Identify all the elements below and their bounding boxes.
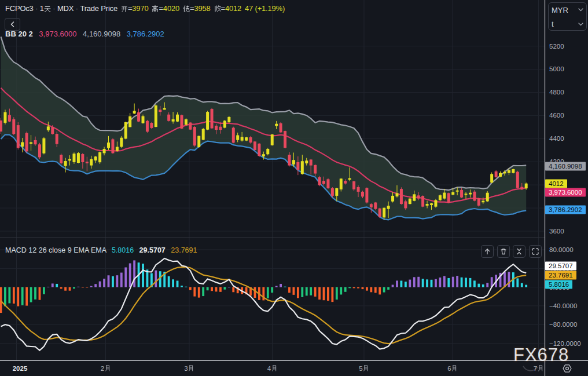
- candle-body: [133, 111, 136, 114]
- cjk-glyph: [152, 5, 159, 12]
- chart-canvas[interactable]: [0, 0, 588, 376]
- candle-body: [176, 115, 179, 122]
- candle-body: [288, 155, 291, 166]
- candle-body: [172, 119, 175, 122]
- maximize-icon: [531, 247, 539, 255]
- chevron-left-icon: [10, 21, 16, 27]
- candle-body: [42, 138, 45, 154]
- ohlc-label: =: [152, 4, 163, 13]
- macd-histogram-bar: [181, 286, 183, 287]
- candle-body: [266, 149, 269, 154]
- candle-body: [447, 193, 450, 203]
- candle-body: [219, 127, 222, 130]
- macd-histogram-bar: [362, 287, 364, 289]
- macd-histogram-bar: [378, 287, 381, 295]
- candle-body: [417, 195, 420, 198]
- macd-histogram-bar: [60, 287, 63, 289]
- macd-badge: 29.5707: [545, 261, 576, 270]
- macd-histogram-bar: [314, 287, 317, 297]
- macd-histogram-bar: [340, 287, 342, 295]
- exchange-label: MDX: [57, 4, 74, 13]
- arrow-up-icon: [483, 247, 491, 255]
- candle-body: [30, 142, 32, 144]
- candle-body: [223, 121, 226, 127]
- candle-body: [434, 200, 437, 207]
- price-tick-label: 4400: [549, 135, 564, 142]
- cjk-glyph: [188, 365, 194, 371]
- bb-indicator-legend[interactable]: BB 20 2 3,973.6000 4,160.9098 3,786.2902: [5, 30, 164, 38]
- macd-histogram-bar: [409, 280, 411, 287]
- price-badge: 4012: [545, 179, 567, 188]
- ohlc-values: =3970=4020=3958=4012: [117, 4, 241, 13]
- macd-name: MACD: [5, 246, 27, 254]
- candle-body: [206, 112, 209, 130]
- macd-tick-label: −120.0000: [549, 340, 581, 347]
- cjk-glyph: [183, 5, 190, 12]
- candle-body: [451, 192, 454, 195]
- macd-histogram-bar: [43, 287, 45, 294]
- time-tick-label[interactable]: 4: [267, 365, 277, 372]
- candle-body: [301, 161, 304, 174]
- candle-body: [439, 195, 442, 200]
- macd-histogram-bar: [17, 287, 19, 306]
- cjk-glyph: [214, 5, 221, 12]
- macd-histogram-bar: [280, 284, 282, 287]
- macd-histogram-bar: [482, 284, 484, 287]
- unit-dropdown[interactable]: t: [549, 17, 586, 32]
- collapse-button[interactable]: [513, 245, 525, 258]
- macd-histogram-bar: [452, 277, 454, 287]
- back-button[interactable]: [5, 18, 20, 31]
- macd-histogram-bar: [318, 287, 321, 300]
- price-badge: 3,786.2902: [545, 205, 586, 214]
- candle-body: [3, 112, 6, 123]
- macd-histogram-bar: [383, 287, 385, 293]
- candle-body: [413, 194, 416, 200]
- unit-value: t: [552, 20, 554, 28]
- time-tick-label[interactable]: 2025: [13, 365, 28, 372]
- candle-body: [258, 144, 260, 156]
- macd-histogram-bar: [198, 287, 200, 298]
- trash-button[interactable]: [497, 245, 510, 258]
- macd-histogram-bar: [271, 287, 273, 293]
- candle-body: [150, 123, 153, 128]
- candle-body: [189, 123, 192, 130]
- macd-indicator-legend[interactable]: MACD 12 26 close 9 EMA EMA 5.8016 29.570…: [5, 246, 197, 254]
- symbol-legend[interactable]: FCPOc3·1·MDX·Trade Price=3970=4020=3958=…: [5, 4, 285, 13]
- arrow-up-button[interactable]: [481, 245, 494, 258]
- candle-body: [185, 119, 188, 125]
- candle-body: [64, 161, 67, 166]
- candle-body: [421, 196, 424, 207]
- macd-histogram-bar: [207, 287, 209, 291]
- macd-histogram-bar: [0, 287, 2, 313]
- time-tick-label[interactable]: 7: [534, 365, 543, 372]
- time-tick-label[interactable]: 6: [447, 365, 457, 372]
- macd-histogram-bar: [400, 280, 403, 287]
- macd-histogram-bar: [78, 287, 80, 287]
- candle-body: [90, 159, 93, 165]
- macd-histogram-bar: [486, 283, 488, 287]
- ohlc-label: =: [121, 4, 132, 13]
- candle-body: [365, 188, 368, 203]
- time-tick-label[interactable]: 2: [101, 365, 111, 372]
- candle-body: [77, 153, 80, 163]
- maximize-button[interactable]: [529, 245, 542, 258]
- candle-body: [503, 172, 506, 174]
- macd-histogram-bar: [336, 287, 338, 300]
- macd-histogram-bar: [435, 279, 437, 287]
- macd-histogram-bar: [267, 287, 269, 298]
- candle-body: [56, 134, 58, 144]
- candle-body: [124, 122, 127, 139]
- macd-histogram-bar: [82, 287, 84, 288]
- macd-histogram-bar: [387, 287, 389, 290]
- currency-dropdown[interactable]: MYR: [549, 3, 586, 17]
- candle-body: [404, 201, 407, 208]
- time-tick-label[interactable]: 3: [184, 365, 194, 372]
- macd-histogram-bar: [94, 284, 97, 287]
- macd-histogram-bar: [155, 271, 157, 287]
- candle-body: [275, 124, 278, 126]
- macd-histogram-bar: [103, 279, 105, 287]
- price-badge: 4,160.9098: [545, 162, 586, 171]
- time-tick-label[interactable]: 5: [359, 365, 369, 372]
- legend-separator: ·: [76, 4, 78, 13]
- ohlc-value: 3970: [132, 4, 148, 13]
